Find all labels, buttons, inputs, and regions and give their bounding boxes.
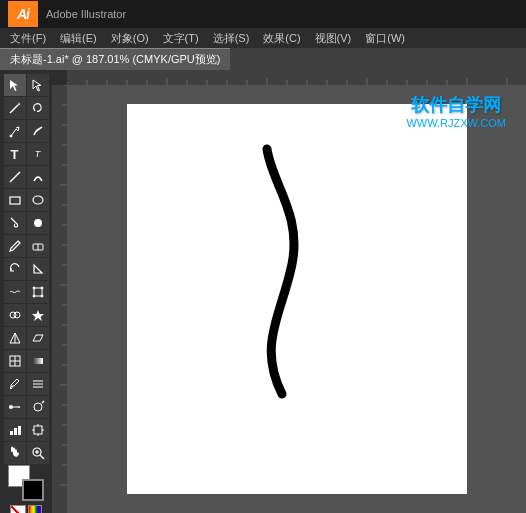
svg-rect-30 <box>18 426 21 435</box>
left-toolbar: T T <box>0 70 52 513</box>
magic-wand-tool[interactable] <box>4 97 26 119</box>
svg-rect-20 <box>33 358 43 364</box>
symbol-sprayer-tool[interactable] <box>27 396 49 418</box>
perspective-tools-row <box>4 327 49 349</box>
canvas-area[interactable]: 软件自学网 WWW.RJZXW.COM <box>67 85 526 513</box>
active-tab[interactable]: 未标题-1.ai* @ 187.01% (CMYK/GPU预览) <box>0 48 230 70</box>
menu-object[interactable]: 对象(O) <box>105 29 155 48</box>
pencil-tools-row <box>4 235 49 257</box>
svg-point-4 <box>33 196 43 204</box>
wand-tools-row <box>4 97 49 119</box>
canvas-with-rulers: 软件自学网 WWW.RJZXW.COM <box>52 70 526 513</box>
direct-selection-tool[interactable] <box>27 74 49 96</box>
svg-point-27 <box>34 403 42 411</box>
stroke-box[interactable] <box>22 479 44 501</box>
artboard <box>127 104 467 494</box>
live-paint-tool[interactable] <box>27 304 49 326</box>
svg-point-14 <box>14 312 20 318</box>
menu-view[interactable]: 视图(V) <box>309 29 358 48</box>
title-bar: Ai Adobe Illustrator <box>0 0 526 28</box>
svg-point-11 <box>33 295 35 297</box>
vertical-ruler <box>52 85 67 513</box>
svg-rect-40 <box>67 70 526 85</box>
lasso-tool[interactable] <box>27 97 49 119</box>
pencil-tool[interactable] <box>4 235 26 257</box>
rotate-tool[interactable] <box>4 258 26 280</box>
svg-point-10 <box>41 287 43 289</box>
svg-point-1 <box>10 135 12 137</box>
paintbrush-tool[interactable] <box>4 212 26 234</box>
main-layout: T T <box>0 70 526 513</box>
svg-rect-29 <box>14 428 17 435</box>
blend-tool[interactable] <box>4 396 26 418</box>
line-tool[interactable] <box>4 166 26 188</box>
blob-brush-tool[interactable] <box>27 212 49 234</box>
artboard-tool[interactable] <box>27 419 49 441</box>
shape-tools-row <box>4 189 49 211</box>
shape-builder-tool[interactable] <box>4 304 26 326</box>
menu-bar: 文件(F) 编辑(E) 对象(O) 文字(T) 选择(S) 效果(C) 视图(V… <box>0 28 526 48</box>
tab-bar: 未标题-1.ai* @ 187.01% (CMYK/GPU预览) <box>0 48 526 70</box>
ruler-corner <box>52 70 67 85</box>
pen-tool[interactable] <box>4 120 26 142</box>
svg-rect-63 <box>52 85 67 513</box>
transform-tools-row <box>4 258 49 280</box>
warp-tool[interactable] <box>4 281 26 303</box>
svg-rect-31 <box>34 426 42 434</box>
menu-window[interactable]: 窗口(W) <box>359 29 411 48</box>
eyedropper-tool[interactable] <box>4 373 26 395</box>
app-title: Adobe Illustrator <box>46 8 126 20</box>
zoom-tool[interactable] <box>27 442 49 464</box>
column-graph-tool[interactable] <box>4 419 26 441</box>
type-tool[interactable]: T <box>4 143 26 165</box>
svg-rect-28 <box>10 431 13 435</box>
menu-file[interactable]: 文件(F) <box>4 29 52 48</box>
perspective-grid-tool[interactable] <box>4 327 26 349</box>
mesh-tool[interactable] <box>4 350 26 372</box>
svg-rect-3 <box>10 197 20 204</box>
color-icons-row <box>10 505 42 513</box>
none-icon[interactable] <box>10 505 26 513</box>
rectangle-tool[interactable] <box>4 189 26 211</box>
svg-marker-16 <box>33 335 43 341</box>
ruler-row <box>52 70 526 85</box>
canvas-inner: 软件自学网 WWW.RJZXW.COM <box>52 85 526 513</box>
builder-tools-row <box>4 304 49 326</box>
pen-tools-row <box>4 120 49 142</box>
scale-tool[interactable] <box>27 258 49 280</box>
brush-tools-row <box>4 212 49 234</box>
menu-edit[interactable]: 编辑(E) <box>54 29 103 48</box>
selection-tool[interactable] <box>4 74 26 96</box>
svg-point-24 <box>9 405 13 409</box>
svg-point-5 <box>34 219 42 227</box>
menu-type[interactable]: 文字(T) <box>157 29 205 48</box>
selection-tools-row <box>4 74 49 96</box>
menu-effect[interactable]: 效果(C) <box>257 29 306 48</box>
drawn-curve <box>127 104 467 494</box>
svg-point-12 <box>41 295 43 297</box>
gradient-tool[interactable] <box>27 350 49 372</box>
curvature-tool[interactable] <box>27 120 49 142</box>
measure-tool[interactable] <box>27 373 49 395</box>
svg-line-37 <box>40 455 44 459</box>
hand-tool[interactable] <box>4 442 26 464</box>
graph-tools-row <box>4 419 49 441</box>
arc-tool[interactable] <box>27 166 49 188</box>
fill-stroke-selector[interactable] <box>8 465 44 501</box>
color-spectrum-icon[interactable] <box>28 505 42 513</box>
eraser-tool[interactable] <box>27 235 49 257</box>
free-transform-tool[interactable] <box>27 281 49 303</box>
slice-tools-row <box>4 442 49 464</box>
perspective-selection-tool[interactable] <box>27 327 49 349</box>
svg-line-2 <box>10 172 20 182</box>
ellipse-tool[interactable] <box>27 189 49 211</box>
app-logo: Ai <box>8 1 38 27</box>
horizontal-ruler <box>67 70 526 85</box>
svg-line-0 <box>10 105 18 113</box>
svg-rect-8 <box>34 288 42 296</box>
touch-type-tool[interactable]: T <box>27 143 49 165</box>
svg-point-9 <box>33 287 35 289</box>
mesh-tools-row <box>4 350 49 372</box>
line-tools-row <box>4 166 49 188</box>
menu-select[interactable]: 选择(S) <box>207 29 256 48</box>
